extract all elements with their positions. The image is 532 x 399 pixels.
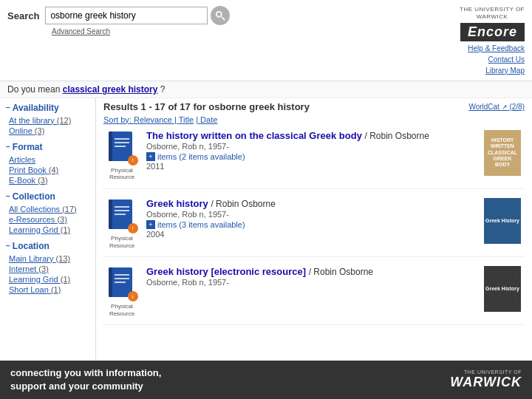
facet-item[interactable]: E-Book (3) [9, 175, 89, 185]
result-item: ! Physical Resource Greek history / Robi… [103, 198, 525, 257]
facet-title-location[interactable]: − Location [6, 241, 89, 251]
svg-text:!: ! [132, 158, 133, 163]
result-year: 2004 [146, 230, 478, 239]
contact-us-link[interactable]: Contact Us [468, 54, 525, 65]
result-info: Greek history / Robin OsborneOsborne, Ro… [146, 198, 478, 249]
facet-count: (3) [38, 176, 47, 185]
facet-count: (12) [57, 116, 72, 125]
search-row: Search [7, 6, 392, 25]
resource-label: Physical Resource [103, 167, 140, 181]
header: Search Advanced Search THE UNIVERSITY OF… [0, 0, 532, 81]
result-title[interactable]: The history written on the classical Gre… [146, 130, 478, 141]
facet-item[interactable]: Internet (3) [9, 264, 89, 274]
facet-item[interactable]: Short Loan (1) [9, 284, 89, 295]
thumb-text: Greek History [484, 284, 521, 293]
facet-item[interactable]: Online (3) [9, 126, 89, 136]
facet-count: (13) [56, 254, 71, 263]
facet-item[interactable]: All Collections (17) [9, 204, 89, 214]
result-title[interactable]: Greek history [electronic resource] / Ro… [146, 266, 478, 277]
result-thumbnail: HISTORY WRITTEN CLASSICAL GREEK BODY [484, 130, 525, 181]
plus-icon[interactable]: + [146, 220, 155, 229]
facet-count: (3) [35, 126, 44, 135]
facet-count: (17) [62, 205, 77, 214]
worldcat-label: WorldCat [468, 103, 499, 111]
book-icon-wrap: ! [107, 266, 137, 301]
facet-count: (1) [61, 225, 70, 234]
result-icon: ! Physical Resource [103, 130, 140, 181]
result-thumbnail: Greek History [484, 266, 525, 317]
search-input[interactable] [45, 7, 208, 24]
footer: connecting you with information, support… [0, 361, 532, 399]
facet-item[interactable]: Learning Grid (1) [9, 225, 89, 235]
search-icon [215, 10, 225, 21]
result-title[interactable]: Greek history / Robin Osborne [146, 198, 478, 209]
results-list: ! Physical Resource The history written … [103, 130, 525, 326]
facet-items-availability: At the library (12)Online (3) [6, 115, 89, 136]
facet-title-format[interactable]: − Format [6, 142, 89, 152]
results-header: Results 1 - 17 of 17 for osborne greek h… [103, 101, 525, 112]
facet-item[interactable]: e-Resources (3) [9, 214, 89, 225]
footer-line2: support and your community [10, 380, 161, 393]
thumb-placeholder: Greek History [484, 266, 521, 312]
facet-group-availability: − AvailabilityAt the library (12)Online … [6, 103, 89, 136]
result-availability[interactable]: + items (3 items available) [146, 220, 478, 229]
result-info: The history written on the classical Gre… [146, 130, 478, 181]
facet-group-format: − FormatArticles Print Book (4)E-Book (3… [6, 142, 89, 185]
thumb-placeholder: Greek History [484, 198, 521, 244]
facet-group-location: − LocationMain Library (13)Internet (3)L… [6, 241, 89, 295]
facet-toggle-icon: − [6, 143, 10, 151]
facet-item[interactable]: Learning Grid (1) [9, 274, 89, 284]
result-availability[interactable]: + items (2 items available) [146, 152, 478, 161]
facet-group-collection: − CollectionAll Collections (17)e-Resour… [6, 191, 89, 235]
book-icon-wrap: ! [107, 130, 137, 166]
svg-text:!: ! [132, 295, 133, 299]
sidebar: − AvailabilityAt the library (12)Online … [0, 98, 96, 361]
did-you-mean-link[interactable]: classical greek history [63, 84, 158, 95]
sort-bar: Sort by: Relevance | Title | Date [103, 115, 525, 124]
facet-item[interactable]: Main Library (13) [9, 253, 89, 264]
facet-title-availability[interactable]: − Availability [6, 103, 89, 113]
thumb-placeholder: HISTORY WRITTEN CLASSICAL GREEK BODY [484, 130, 521, 176]
result-thumbnail: Greek History [484, 198, 525, 249]
facet-count: (1) [61, 275, 70, 284]
did-you-mean-bar: Do you mean classical greek history ? [0, 81, 532, 98]
encore-badge: Encore [460, 23, 525, 41]
sort-title[interactable]: Title [179, 115, 194, 124]
footer-text: connecting you with information, support… [10, 366, 161, 393]
header-links: Help & Feedback Contact Us Library Map [468, 43, 525, 76]
facet-toggle-icon: − [6, 242, 10, 250]
facet-toggle-icon: − [6, 192, 10, 200]
badge-icon: ! [130, 293, 137, 300]
resource-badge: ! [128, 223, 138, 233]
svg-text:!: ! [132, 226, 133, 231]
plus-icon[interactable]: + [146, 152, 155, 161]
result-item: ! Physical Resource The history written … [103, 130, 525, 189]
facet-toggle-icon: − [6, 103, 10, 112]
worldcat-count: (2/8) [509, 103, 525, 111]
facet-title-collection[interactable]: − Collection [6, 191, 89, 202]
facet-item[interactable]: At the library (12) [9, 115, 89, 126]
help-feedback-link[interactable]: Help & Feedback [468, 43, 525, 54]
facet-item[interactable]: Print Book (4) [9, 165, 89, 175]
svg-line-1 [222, 17, 225, 20]
badge-icon: ! [130, 157, 137, 163]
worldcat-link[interactable]: WorldCat ↗ (2/8) [468, 103, 525, 111]
did-you-mean-prefix: Do you mean [7, 84, 60, 95]
result-year: 2011 [146, 162, 478, 171]
resource-badge: ! [128, 155, 138, 166]
result-icon: ! Physical Resource [103, 198, 140, 249]
search-label: Search [7, 10, 39, 21]
advanced-search-link[interactable]: Advanced Search [52, 27, 392, 35]
sort-date[interactable]: Date [200, 115, 217, 124]
result-info: Greek history [electronic resource] / Ro… [146, 266, 478, 317]
svg-point-0 [216, 12, 222, 17]
library-map-link[interactable]: Library Map [468, 65, 525, 76]
search-button[interactable] [211, 6, 230, 25]
resource-badge: ! [128, 291, 138, 301]
footer-line1: connecting you with information, [10, 366, 161, 380]
facet-item[interactable]: Articles [9, 154, 89, 165]
facet-count: (4) [49, 166, 58, 174]
result-author: Osborne, Rob n, 1957- [146, 142, 478, 151]
worldcat-icon: ↗ [502, 103, 508, 111]
footer-logo: THE UNIVERSITY OF WARWICK [450, 369, 522, 390]
